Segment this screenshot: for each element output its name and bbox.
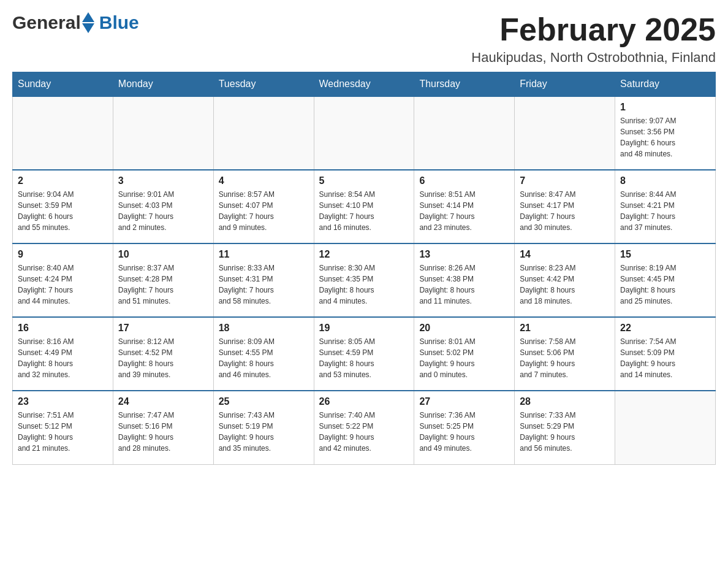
calendar-cell: 11Sunrise: 8:33 AMSunset: 4:31 PMDayligh… — [213, 243, 314, 317]
day-info: Sunrise: 8:44 AMSunset: 4:21 PMDaylight:… — [620, 189, 710, 233]
calendar-day-header: Wednesday — [314, 72, 414, 97]
day-number: 15 — [620, 249, 710, 260]
calendar-cell — [213, 96, 314, 170]
calendar-cell: 13Sunrise: 8:26 AMSunset: 4:38 PMDayligh… — [414, 243, 515, 317]
calendar-cell: 28Sunrise: 7:33 AMSunset: 5:29 PMDayligh… — [515, 391, 615, 464]
calendar-cell — [113, 96, 213, 170]
calendar-cell: 1Sunrise: 9:07 AMSunset: 3:56 PMDaylight… — [615, 96, 716, 170]
day-info: Sunrise: 8:01 AMSunset: 5:02 PMDaylight:… — [419, 336, 509, 380]
day-number: 23 — [18, 396, 108, 407]
calendar-cell: 19Sunrise: 8:05 AMSunset: 4:59 PMDayligh… — [314, 317, 414, 391]
day-info: Sunrise: 9:07 AMSunset: 3:56 PMDaylight:… — [620, 115, 710, 159]
calendar-cell: 10Sunrise: 8:37 AMSunset: 4:28 PMDayligh… — [113, 243, 213, 317]
day-info: Sunrise: 7:43 AMSunset: 5:19 PMDaylight:… — [219, 410, 309, 454]
calendar-header-row: SundayMondayTuesdayWednesdayThursdayFrid… — [13, 72, 716, 97]
day-info: Sunrise: 8:23 AMSunset: 4:42 PMDaylight:… — [520, 262, 610, 307]
day-info: Sunrise: 8:30 AMSunset: 4:35 PMDaylight:… — [319, 262, 409, 307]
calendar-day-header: Sunday — [13, 72, 113, 97]
title-area: February 2025 Haukipudas, North Ostrobot… — [471, 12, 716, 66]
day-number: 10 — [118, 249, 208, 260]
calendar-cell: 9Sunrise: 8:40 AMSunset: 4:24 PMDaylight… — [13, 243, 113, 317]
calendar-week-row: 2Sunrise: 9:04 AMSunset: 3:59 PMDaylight… — [13, 170, 716, 243]
day-info: Sunrise: 7:33 AMSunset: 5:29 PMDaylight:… — [520, 410, 610, 454]
day-number: 20 — [419, 323, 509, 334]
day-info: Sunrise: 8:16 AMSunset: 4:49 PMDaylight:… — [18, 336, 108, 380]
day-info: Sunrise: 8:40 AMSunset: 4:24 PMDaylight:… — [18, 262, 108, 307]
day-number: 13 — [419, 249, 509, 260]
day-info: Sunrise: 7:51 AMSunset: 5:12 PMDaylight:… — [18, 410, 108, 454]
day-number: 12 — [319, 249, 409, 260]
day-number: 1 — [620, 102, 710, 113]
calendar-cell: 21Sunrise: 7:58 AMSunset: 5:06 PMDayligh… — [515, 317, 615, 391]
day-number: 6 — [419, 175, 509, 186]
calendar-cell — [615, 391, 716, 464]
calendar-day-header: Friday — [515, 72, 615, 97]
calendar-cell: 25Sunrise: 7:43 AMSunset: 5:19 PMDayligh… — [213, 391, 314, 464]
calendar-day-header: Thursday — [414, 72, 515, 97]
day-info: Sunrise: 7:47 AMSunset: 5:16 PMDaylight:… — [118, 410, 208, 454]
calendar-table: SundayMondayTuesdayWednesdayThursdayFrid… — [12, 72, 716, 465]
page-header: General Blue February 2025 Haukipudas, N… — [12, 12, 716, 66]
day-info: Sunrise: 8:37 AMSunset: 4:28 PMDaylight:… — [118, 262, 208, 307]
calendar-cell: 17Sunrise: 8:12 AMSunset: 4:52 PMDayligh… — [113, 317, 213, 391]
day-info: Sunrise: 8:19 AMSunset: 4:45 PMDaylight:… — [620, 262, 710, 307]
calendar-week-row: 23Sunrise: 7:51 AMSunset: 5:12 PMDayligh… — [13, 391, 716, 464]
location-title: Haukipudas, North Ostrobothnia, Finland — [471, 50, 716, 66]
logo-triangle-down — [82, 23, 94, 33]
day-info: Sunrise: 8:54 AMSunset: 4:10 PMDaylight:… — [319, 189, 409, 233]
calendar-week-row: 1Sunrise: 9:07 AMSunset: 3:56 PMDaylight… — [13, 96, 716, 170]
calendar-day-header: Monday — [113, 72, 213, 97]
month-title: February 2025 — [471, 12, 716, 47]
calendar-cell: 2Sunrise: 9:04 AMSunset: 3:59 PMDaylight… — [13, 170, 113, 243]
day-number: 19 — [319, 323, 409, 334]
day-number: 3 — [118, 175, 208, 186]
calendar-cell: 4Sunrise: 8:57 AMSunset: 4:07 PMDaylight… — [213, 170, 314, 243]
day-info: Sunrise: 8:09 AMSunset: 4:55 PMDaylight:… — [219, 336, 309, 380]
day-number: 27 — [419, 396, 509, 407]
calendar-day-header: Saturday — [615, 72, 716, 97]
calendar-week-row: 16Sunrise: 8:16 AMSunset: 4:49 PMDayligh… — [13, 317, 716, 391]
day-number: 21 — [520, 323, 610, 334]
calendar-cell: 12Sunrise: 8:30 AMSunset: 4:35 PMDayligh… — [314, 243, 414, 317]
calendar-cell — [314, 96, 414, 170]
day-info: Sunrise: 8:57 AMSunset: 4:07 PMDaylight:… — [219, 189, 309, 233]
calendar-cell: 15Sunrise: 8:19 AMSunset: 4:45 PMDayligh… — [615, 243, 716, 317]
calendar-cell: 5Sunrise: 8:54 AMSunset: 4:10 PMDaylight… — [314, 170, 414, 243]
day-info: Sunrise: 9:04 AMSunset: 3:59 PMDaylight:… — [18, 189, 108, 233]
day-number: 2 — [18, 175, 108, 186]
day-number: 18 — [219, 323, 309, 334]
day-number: 26 — [319, 396, 409, 407]
day-number: 11 — [219, 249, 309, 260]
calendar-week-row: 9Sunrise: 8:40 AMSunset: 4:24 PMDaylight… — [13, 243, 716, 317]
calendar-cell: 27Sunrise: 7:36 AMSunset: 5:25 PMDayligh… — [414, 391, 515, 464]
logo-triangle-up — [82, 12, 94, 22]
day-number: 5 — [319, 175, 409, 186]
calendar-cell: 20Sunrise: 8:01 AMSunset: 5:02 PMDayligh… — [414, 317, 515, 391]
day-number: 4 — [219, 175, 309, 186]
calendar-cell: 6Sunrise: 8:51 AMSunset: 4:14 PMDaylight… — [414, 170, 515, 243]
day-info: Sunrise: 8:05 AMSunset: 4:59 PMDaylight:… — [319, 336, 409, 380]
day-info: Sunrise: 7:36 AMSunset: 5:25 PMDaylight:… — [419, 410, 509, 454]
day-info: Sunrise: 8:26 AMSunset: 4:38 PMDaylight:… — [419, 262, 509, 307]
calendar-cell — [13, 96, 113, 170]
calendar-cell: 3Sunrise: 9:01 AMSunset: 4:03 PMDaylight… — [113, 170, 213, 243]
day-number: 8 — [620, 175, 710, 186]
calendar-cell: 23Sunrise: 7:51 AMSunset: 5:12 PMDayligh… — [13, 391, 113, 464]
calendar-cell: 24Sunrise: 7:47 AMSunset: 5:16 PMDayligh… — [113, 391, 213, 464]
calendar-cell: 18Sunrise: 8:09 AMSunset: 4:55 PMDayligh… — [213, 317, 314, 391]
logo: General Blue — [12, 12, 139, 33]
logo-general: General — [12, 12, 81, 33]
day-number: 7 — [520, 175, 610, 186]
day-info: Sunrise: 8:33 AMSunset: 4:31 PMDaylight:… — [219, 262, 309, 307]
calendar-cell: 8Sunrise: 8:44 AMSunset: 4:21 PMDaylight… — [615, 170, 716, 243]
day-number: 25 — [219, 396, 309, 407]
calendar-cell — [515, 96, 615, 170]
day-info: Sunrise: 8:47 AMSunset: 4:17 PMDaylight:… — [520, 189, 610, 233]
calendar-cell — [414, 96, 515, 170]
day-number: 28 — [520, 396, 610, 407]
calendar-cell: 16Sunrise: 8:16 AMSunset: 4:49 PMDayligh… — [13, 317, 113, 391]
calendar-cell: 7Sunrise: 8:47 AMSunset: 4:17 PMDaylight… — [515, 170, 615, 243]
day-number: 14 — [520, 249, 610, 260]
day-info: Sunrise: 9:01 AMSunset: 4:03 PMDaylight:… — [118, 189, 208, 233]
day-number: 22 — [620, 323, 710, 334]
